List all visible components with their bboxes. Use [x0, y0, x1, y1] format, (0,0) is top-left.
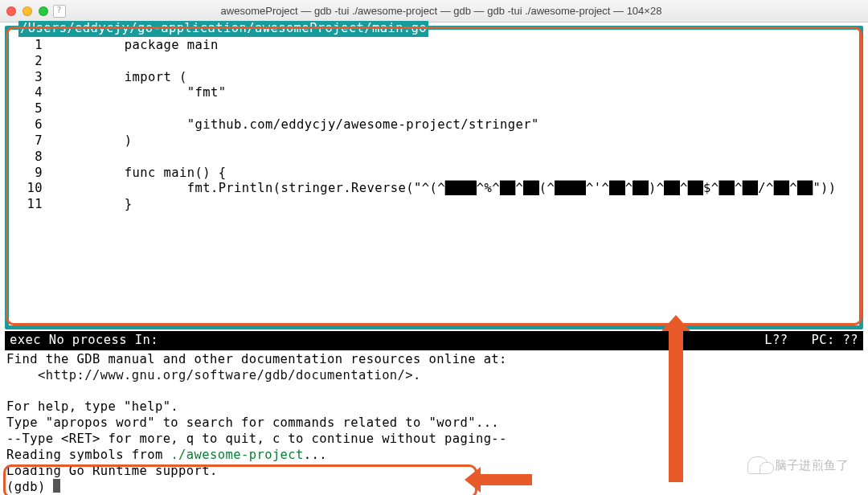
source-line: 3 import ( — [15, 70, 853, 86]
executable-path: ./awesome-project — [170, 448, 303, 462]
status-right: L?? PC: ?? — [764, 333, 858, 349]
source-line: 5 — [15, 101, 853, 117]
gdb-line: --Type <RET> for more, q to quit, c to c… — [6, 432, 507, 446]
close-button[interactable] — [6, 6, 16, 16]
cursor — [53, 479, 60, 493]
gdb-prompt-line[interactable]: (gdb) — [6, 480, 60, 494]
annotation-arrow-symbols — [479, 474, 532, 485]
source-line: 7 ) — [15, 133, 853, 149]
document-icon — [53, 5, 66, 18]
window-title: awesomeProject — gdb -tui ./awesome-proj… — [69, 5, 862, 17]
window-titlebar: awesomeProject — gdb -tui ./awesome-proj… — [0, 0, 868, 22]
maximize-button[interactable] — [39, 6, 48, 16]
source-pane[interactable]: 1 package main23 import (4 "fmt"56 "gith… — [9, 30, 859, 213]
gdb-symbols-line: Reading symbols from ./awesome-project..… — [6, 448, 327, 462]
source-line: 1 package main — [15, 38, 853, 54]
source-line: 10 fmt.Println(stringer.Reverse("^(^████… — [15, 181, 853, 197]
source-line: 11 } — [15, 197, 853, 213]
tui-status-bar: exec No process In: L?? PC: ?? — [5, 331, 863, 350]
status-left: exec No process In: — [10, 333, 158, 349]
source-line: 4 "fmt" — [15, 85, 853, 101]
gdb-line: For help, type "help". — [6, 399, 178, 414]
gdb-runtime-line: Loading Go Runtime support. — [6, 464, 218, 478]
source-path-label: /Users/eddycjy/go-application/awesomePro… — [18, 21, 428, 37]
gdb-output[interactable]: Find the GDB manual and other documentat… — [0, 350, 868, 495]
source-line: 6 "github.com/eddycjy/awesome-project/st… — [15, 117, 853, 133]
watermark-text: 脑子进煎鱼了 — [775, 457, 849, 472]
watermark: 脑子进煎鱼了 — [747, 456, 849, 474]
minimize-button[interactable] — [23, 6, 32, 16]
gdb-line: Type "apropos word" to search for comman… — [6, 415, 499, 430]
traffic-lights — [6, 6, 48, 16]
gdb-line: Find the GDB manual and other documentat… — [6, 352, 507, 366]
wechat-icon — [747, 456, 768, 474]
source-line: 8 — [15, 149, 853, 166]
tui-source-frame: /Users/eddycjy/go-application/awesomePro… — [5, 26, 863, 329]
gdb-line: <http://www.gnu.org/software/gdb/documen… — [6, 368, 421, 382]
annotation-arrow-source — [669, 329, 683, 482]
source-line: 2 — [15, 54, 853, 70]
source-line: 9 func main() { — [15, 166, 853, 182]
terminal[interactable]: /Users/eddycjy/go-application/awesomePro… — [0, 22, 868, 495]
